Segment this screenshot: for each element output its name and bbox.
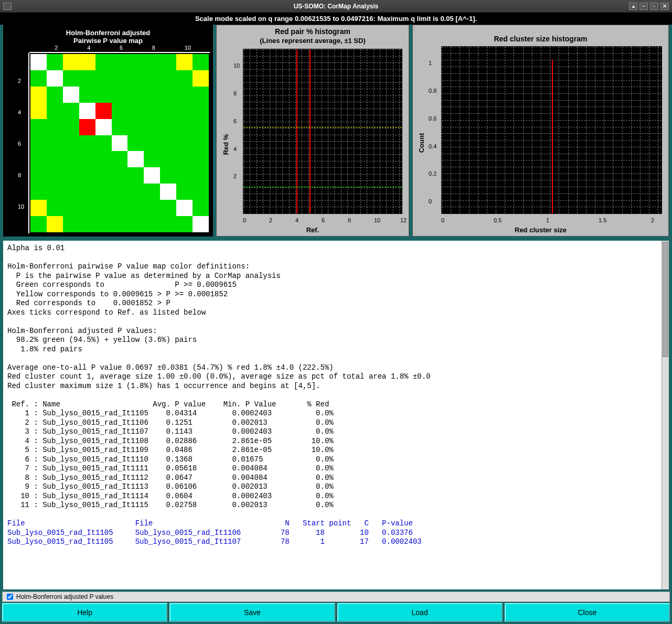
hist1-xlabel: Ref. [219,226,407,234]
close-button[interactable]: Close [505,603,670,622]
heatmap-cell [144,167,160,184]
close-icon[interactable]: ✕ [660,3,669,10]
load-button[interactable]: Load [337,603,503,622]
help-button[interactable]: Help [2,603,167,622]
window-titlebar: US-SOMO: CorMap Analysis ▴ – ▫ ✕ [0,0,672,13]
heatmap-cell [127,151,144,167]
holm-bonferroni-label: Holm-Bonferroni adjusted P values [16,593,113,600]
save-button[interactable]: Save [169,603,335,622]
heatmap-cell [79,54,95,70]
heatmap-cell [30,54,47,70]
button-row: Help Save Load Close [0,603,672,624]
heatmap-cell [112,135,128,152]
heatmap-title: Holm-Bonferroni adjusted [5,29,211,37]
pvalue-heatmap-panel: Holm-Bonferroni adjusted Pairwise P valu… [3,25,213,236]
hist2-ylabel: Count [418,133,425,153]
cluster-size-histogram-panel: Red cluster size histogram Count Red clu… [412,25,669,236]
hist2-plot[interactable] [441,46,662,214]
heatmap-cell [47,70,63,87]
red-pair-histogram-panel: Red pair % histogram (Lines represent av… [216,25,409,236]
heatmap-cell [63,54,79,70]
heatmap-cell [47,216,63,232]
hist1-plot[interactable] [243,49,402,214]
heatmap-cell [63,87,79,103]
scale-mode-bar: Scale mode scaled on q range 0.00621535 … [0,13,672,25]
heatmap-cell [193,70,209,87]
window-title: US-SOMO: CorMap Analysis [294,3,379,10]
heatmap-cell [176,200,193,216]
analysis-text[interactable]: Alpha is 0.01 Holm-Bonferroni pairwise P… [3,241,669,589]
heatmap-cell [30,87,47,103]
charts-row: Holm-Bonferroni adjusted Pairwise P valu… [0,25,672,240]
heatmap-cell [95,119,112,135]
hist1-title: Red pair % histogram [219,27,407,36]
text-output-area: Alpha is 0.01 Holm-Bonferroni pairwise P… [2,240,670,590]
holm-bonferroni-checkbox[interactable] [7,594,13,600]
roll-up-icon[interactable]: ▴ [629,3,637,10]
heatmap-cell [193,216,209,232]
heatmap-cell [79,103,95,119]
heatmap-grid[interactable] [30,54,209,232]
hist1-ylabel: Red % [222,134,230,155]
window-menu-icon[interactable] [3,3,12,10]
maximize-icon[interactable]: ▫ [650,3,658,10]
heatmap-cell [95,103,112,119]
hist1-subtitle: (Lines represent average, ±1 SD) [219,37,407,45]
heatmap-cell [30,103,47,119]
heatmap-cell [160,184,176,200]
minimize-icon[interactable]: – [639,3,648,10]
hist2-xlabel: Red cluster size [415,226,666,234]
checkbox-row: Holm-Bonferroni adjusted P values [2,591,670,602]
scrollbar-track[interactable] [662,241,669,589]
hist2-title: Red cluster size histogram [415,35,666,43]
heatmap-subtitle: Pairwise P value map [5,37,211,45]
heatmap-cell [30,200,47,216]
heatmap-cell [79,119,95,135]
scrollbar-thumb[interactable] [663,242,668,357]
heatmap-cell [176,54,193,70]
